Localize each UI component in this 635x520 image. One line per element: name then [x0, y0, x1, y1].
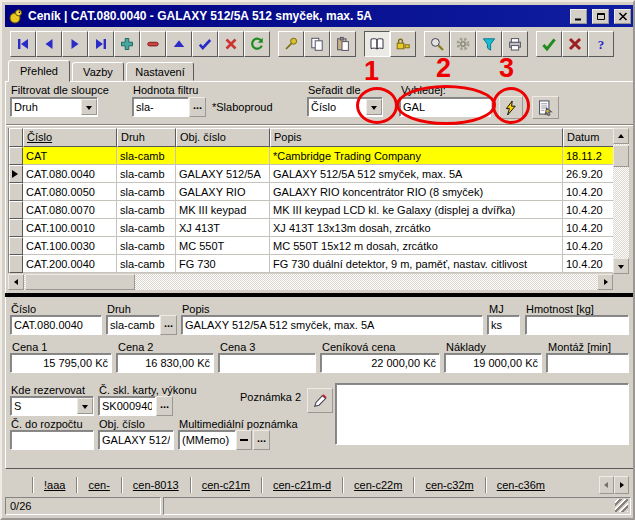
druh-field[interactable]	[106, 315, 160, 335]
naklady-field[interactable]	[444, 353, 542, 373]
header-cislo[interactable]: Číslo	[23, 128, 117, 147]
bottom-tabs-scroll-right-button[interactable]	[614, 476, 629, 494]
cell-datum[interactable]: 10.4.20	[563, 219, 614, 237]
mm-poznamka-minus-button[interactable]	[236, 430, 252, 450]
tab-nastaveni[interactable]: Nastavení	[126, 62, 194, 81]
druh-ellipsis-button[interactable]: ...	[160, 315, 177, 335]
cell-obj[interactable]: XJ 413T	[176, 219, 270, 237]
resize-grip[interactable]	[615, 499, 628, 512]
popis-field[interactable]	[181, 315, 483, 335]
cancel-edit-button[interactable]	[218, 31, 244, 57]
c-skl-karty-field[interactable]	[98, 396, 156, 416]
maximize-button[interactable]	[592, 9, 609, 24]
horizontal-scroll-thumb[interactable]	[25, 274, 135, 290]
bottom-tab-cen-c22m[interactable]: cen-c22m	[354, 479, 402, 491]
bottom-tab-cen-c36m[interactable]: cen-c36m	[497, 479, 545, 491]
scroll-up-button[interactable]	[613, 128, 629, 144]
table-row[interactable]: CAT.080.0070 sla-camb MK III keypad MK I…	[9, 201, 613, 219]
next-record-button[interactable]	[62, 31, 88, 57]
chevron-down-icon[interactable]	[81, 99, 97, 115]
delete-record-button[interactable]	[140, 31, 166, 57]
bottom-tab-cen-c32m[interactable]: cen-c32m	[425, 479, 473, 491]
cell-popis[interactable]: MC 550T 15x12 m dosah, zrcátko	[270, 237, 563, 255]
bottom-tabs-scroll-left-button[interactable]	[599, 476, 614, 494]
cell-cislo[interactable]: CAT.100.0030	[23, 237, 117, 255]
cell-popis[interactable]: GALAXY RIO koncentrátor RIO (8 smyček)	[270, 183, 563, 201]
vertical-scroll-thumb[interactable]	[613, 145, 629, 167]
confirm-button[interactable]	[536, 31, 562, 57]
cell-druh[interactable]: sla-camb	[117, 165, 176, 183]
close-button[interactable]	[614, 9, 631, 24]
cell-obj[interactable]: GALAXY RIO	[176, 183, 270, 201]
cell-popis[interactable]: GALAXY 512/5A 512 smyček, max. 5A	[270, 165, 563, 183]
cell-druh[interactable]: sla-camb	[117, 255, 176, 273]
bottom-tab-cen-c21m-d[interactable]: cen-c21m-d	[273, 479, 331, 491]
splitter-handle[interactable]	[5, 293, 634, 297]
cell-datum[interactable]: 26.9.20	[563, 165, 614, 183]
cell-obj[interactable]: GALAXY 512/5A	[176, 165, 270, 183]
row-selector[interactable]	[9, 255, 23, 273]
cena3-field[interactable]	[218, 353, 316, 373]
table-row[interactable]: CAT.080.0050 sla-camb GALAXY RIO GALAXY …	[9, 183, 613, 201]
chevron-down-icon[interactable]	[77, 398, 93, 414]
cell-datum[interactable]: 10.4.20	[563, 237, 614, 255]
kde-rezervovat-combo[interactable]: S	[10, 396, 94, 416]
row-selector[interactable]	[9, 237, 23, 255]
cell-datum[interactable]: 18.11.2	[563, 147, 614, 165]
help-button[interactable]: ?	[588, 31, 614, 57]
tab-prehled[interactable]: Přehled	[8, 60, 70, 82]
cell-datum[interactable]: 10.4.20	[563, 183, 614, 201]
scroll-down-button[interactable]	[613, 258, 629, 274]
title-bar[interactable]: Ceník | CAT.080.0040 - GALAXY 512/5A 512…	[5, 5, 634, 27]
table-row[interactable]: CAT.100.0030 sla-camb MC 550T MC 550T 15…	[9, 237, 613, 255]
table-row[interactable]: CAT.200.0040 sla-camb FG 730 FG 730 duál…	[9, 255, 613, 273]
table-vertical-scrollbar[interactable]	[613, 128, 629, 274]
cell-popis[interactable]: MK III keypad LCD kl. ke Galaxy (displej…	[270, 201, 563, 219]
cell-druh[interactable]: sla-camb	[117, 183, 176, 201]
scroll-right-button[interactable]	[597, 274, 613, 290]
filter-column-combo[interactable]: Druh	[10, 97, 98, 117]
c-do-rozpoctu-field[interactable]	[10, 430, 94, 450]
poznamka2-memo[interactable]	[335, 383, 629, 445]
copy-button[interactable]	[304, 31, 330, 57]
cell-druh[interactable]: sla-camb	[117, 201, 176, 219]
edit-record-button[interactable]	[166, 31, 192, 57]
permissions-lock-button[interactable]	[390, 31, 416, 57]
row-selector[interactable]	[9, 147, 23, 165]
first-record-button[interactable]	[10, 31, 36, 57]
cell-datum[interactable]: 10.4.20	[563, 201, 614, 219]
table-row[interactable]: CAT.100.0010 sla-camb XJ 413T XJ 413T 13…	[9, 219, 613, 237]
filter-value-ellipsis-button[interactable]: ...	[189, 97, 206, 117]
cell-druh[interactable]: sla-camb	[117, 147, 176, 165]
mm-poznamka-field[interactable]	[178, 430, 236, 450]
obj-cislo-field[interactable]	[98, 430, 174, 450]
cena1-field[interactable]	[10, 353, 112, 373]
cell-datum[interactable]: 10.4.20	[563, 255, 614, 273]
header-obj-cislo[interactable]: Obj. číslo	[176, 128, 270, 147]
header-datum[interactable]: Datum	[563, 128, 614, 147]
poznamka2-edit-button[interactable]	[307, 388, 333, 413]
refresh-button[interactable]	[244, 31, 270, 57]
cell-cislo[interactable]: CAT.080.0040	[23, 165, 117, 183]
mj-field[interactable]	[487, 315, 520, 335]
minimize-button[interactable]	[570, 9, 587, 24]
cell-obj[interactable]: FG 730	[176, 255, 270, 273]
cell-obj[interactable]: MC 550T	[176, 237, 270, 255]
cell-cislo[interactable]: CAT.200.0040	[23, 255, 117, 273]
cell-popis[interactable]: XJ 413T 13x13m dosah, zrcátko	[270, 219, 563, 237]
tab-vazby[interactable]: Vazby	[72, 62, 124, 81]
table-row[interactable]: CAT sla-camb *Cambridge Trading Company …	[9, 147, 613, 165]
c-skl-karty-ellipsis-button[interactable]: ...	[156, 396, 173, 416]
hmotnost-field[interactable]	[525, 315, 629, 335]
header-popis[interactable]: Popis	[270, 128, 563, 147]
cell-popis[interactable]: FG 730 duální detektor, 9 m, paměť, nast…	[270, 255, 563, 273]
header-druh[interactable]: Druh	[117, 128, 176, 147]
row-selector[interactable]	[9, 183, 23, 201]
cell-cislo[interactable]: CAT	[23, 147, 117, 165]
table-horizontal-scrollbar[interactable]	[8, 274, 613, 290]
table-row-selected[interactable]: CAT.080.0040 sla-camb GALAXY 512/5A GALA…	[9, 165, 613, 183]
cena2-field[interactable]	[116, 353, 214, 373]
row-selector[interactable]	[9, 165, 23, 183]
pin-button[interactable]	[278, 31, 304, 57]
bottom-tab-cen-8013[interactable]: cen-8013	[133, 479, 179, 491]
